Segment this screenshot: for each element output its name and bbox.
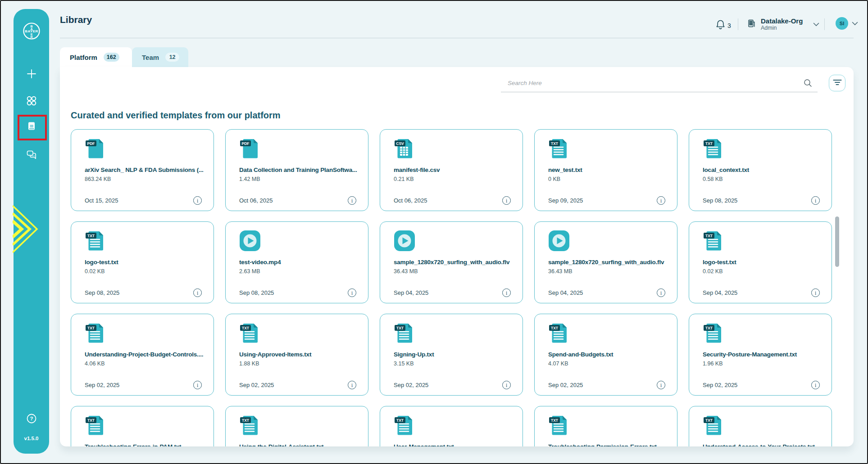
file-date: Sep 09, 2025 — [548, 197, 583, 204]
library-panel: Curated and verified templates from our … — [60, 67, 854, 446]
file-title: new_test.txt — [548, 167, 671, 173]
info-icon[interactable]: i — [657, 288, 665, 297]
info-icon[interactable]: i — [657, 196, 665, 205]
file-card[interactable]: sample_1280x720_surfing_with_audio.flv 3… — [380, 221, 523, 303]
annotation-highlight-box — [18, 115, 47, 140]
file-type-icon: TXT — [394, 414, 414, 436]
file-card[interactable]: TXT Signing-Up.txt 3.15 KB Sep 02, 2025 … — [380, 314, 523, 396]
file-card[interactable]: TXT Troubleshooting-Permission-Errors.tx… — [534, 406, 677, 446]
filter-button[interactable] — [829, 75, 845, 91]
file-size: 0.02 KB — [85, 268, 105, 275]
file-title: Understand-Access-to-Your-Projects.txt — [703, 443, 826, 446]
info-icon[interactable]: i — [348, 381, 356, 389]
help-icon[interactable]: ? — [26, 413, 37, 424]
file-type-icon: TXT — [548, 138, 569, 159]
file-date: Sep 02, 2025 — [239, 382, 274, 388]
file-card[interactable]: TXT Understanding-Project-Budget-Control… — [71, 314, 214, 396]
file-size: 3.15 KB — [394, 360, 414, 367]
tab-platform[interactable]: Platform 162 — [60, 47, 132, 67]
file-title: Using-the-Digital-Assistant.txt — [239, 443, 362, 446]
file-size: 36.43 MB — [394, 268, 418, 275]
search-input[interactable] — [501, 74, 818, 92]
file-card[interactable]: TXT Troubleshooting-Errors-in-PAM.txt i — [71, 406, 214, 446]
svg-text:A: A — [30, 27, 32, 31]
file-card[interactable]: TXT Understand-Access-to-Your-Projects.t… — [689, 406, 832, 446]
file-title: Data Collection and Training PlanSoftwa.… — [239, 167, 362, 173]
file-card[interactable]: CSV manifest-file.csv 0.21 KB Oct 06, 20… — [380, 129, 523, 211]
file-size: 0.21 KB — [394, 176, 414, 182]
svg-text:PDF: PDF — [87, 141, 95, 146]
info-icon[interactable]: i — [193, 381, 202, 389]
file-card[interactable]: TXT logo-test.txt 0.02 KB Sep 08, 2025 i — [71, 221, 214, 303]
info-icon[interactable]: i — [502, 288, 511, 297]
file-type-icon: TXT — [703, 230, 723, 252]
info-icon[interactable]: i — [502, 381, 511, 389]
file-size: 1.88 KB — [239, 360, 259, 367]
section-heading: Curated and verified templates from our … — [71, 110, 281, 121]
file-date: Oct 15, 2025 — [85, 197, 118, 204]
tab-team[interactable]: Team 12 — [132, 47, 188, 67]
svg-text:TXT: TXT — [705, 141, 713, 146]
file-type-icon: TXT — [85, 414, 105, 436]
file-date: Oct 06, 2025 — [394, 197, 427, 204]
info-icon[interactable]: i — [811, 196, 820, 205]
header-divider-1 — [738, 18, 738, 30]
file-card[interactable]: test-video.mp4 2.63 MB Sep 08, 2025 i — [225, 221, 368, 303]
file-title: arXiv Search_ NLP & FDA Submissions (... — [85, 167, 208, 173]
info-icon[interactable]: i — [193, 196, 202, 205]
cards-grid: PDF arXiv Search_ NLP & FDA Submissions … — [71, 129, 832, 446]
file-title: Understanding-Project-Budget-Controls...… — [85, 351, 208, 358]
svg-text:TXT: TXT — [551, 141, 559, 146]
info-icon[interactable]: i — [348, 196, 356, 205]
file-card[interactable]: TXT Using-Approved-Items.txt 1.88 KB Sep… — [225, 314, 368, 396]
page-title: Library — [60, 14, 92, 25]
file-type-icon: PDF — [239, 138, 260, 159]
user-menu[interactable]: SI — [836, 17, 858, 30]
organization-icon — [746, 18, 757, 31]
file-type-icon: PDF — [85, 138, 105, 159]
info-icon[interactable]: i — [348, 288, 356, 297]
file-card[interactable]: TXT Spend-and-Budgets.txt 4.07 KB Sep 02… — [534, 314, 677, 396]
tab-team-label: Team — [142, 54, 159, 61]
file-type-icon: TXT — [703, 414, 723, 436]
scrollbar-thumb[interactable] — [835, 216, 839, 267]
app-version: v1.5.0 — [14, 436, 49, 441]
bayer-logo-icon: BAYER B A E R — [23, 22, 41, 40]
file-date: Sep 02, 2025 — [548, 382, 583, 388]
tab-platform-count-badge: 162 — [104, 53, 119, 62]
org-switcher[interactable]: Datalake-Org Admin — [746, 17, 819, 32]
info-icon[interactable]: i — [193, 288, 202, 297]
file-card[interactable]: TXT local_context.txt 0.58 KB Sep 08, 20… — [689, 129, 832, 211]
org-name: Datalake-Org — [761, 17, 803, 25]
file-card[interactable]: TXT logo-test.txt 0.02 KB Sep 04, 2025 i — [689, 221, 832, 303]
file-size: 0 KB — [548, 176, 560, 182]
file-card[interactable]: TXT User-Management.txt i — [380, 406, 523, 446]
svg-text:CSV: CSV — [396, 141, 404, 146]
info-icon[interactable]: i — [657, 381, 665, 389]
svg-text:TXT: TXT — [396, 418, 404, 423]
file-title: Troubleshooting-Errors-in-PAM.txt — [85, 443, 208, 446]
file-card[interactable]: TXT new_test.txt 0 KB Sep 09, 2025 i — [534, 129, 677, 211]
info-icon[interactable]: i — [811, 288, 820, 297]
chat-icon[interactable] — [26, 149, 37, 160]
file-date: Sep 04, 2025 — [703, 289, 737, 296]
info-icon[interactable]: i — [811, 381, 820, 389]
file-card[interactable]: sample_1280x720_surfing_with_audio.flv 3… — [534, 221, 677, 303]
file-title: sample_1280x720_surfing_with_audio.flv — [548, 259, 671, 266]
file-card[interactable]: PDF Data Collection and Training PlanSof… — [225, 129, 368, 211]
add-icon[interactable] — [26, 68, 37, 79]
info-icon[interactable]: i — [502, 196, 511, 205]
org-role: Admin — [761, 25, 803, 32]
file-type-icon: TXT — [85, 230, 105, 252]
notifications-button[interactable]: 3 — [715, 19, 731, 32]
svg-text:PDF: PDF — [242, 141, 250, 146]
file-date: Sep 04, 2025 — [548, 289, 583, 296]
svg-text:TXT: TXT — [242, 418, 250, 423]
tab-platform-label: Platform — [70, 54, 97, 61]
file-size: 1.96 KB — [703, 360, 723, 367]
search-icon[interactable] — [804, 79, 812, 89]
apps-grid-icon[interactable] — [26, 95, 37, 107]
file-card[interactable]: TXT Security-Posture-Management.txt 1.96… — [689, 314, 832, 396]
file-card[interactable]: TXT Using-the-Digital-Assistant.txt i — [225, 406, 368, 446]
file-card[interactable]: PDF arXiv Search_ NLP & FDA Submissions … — [71, 129, 214, 211]
